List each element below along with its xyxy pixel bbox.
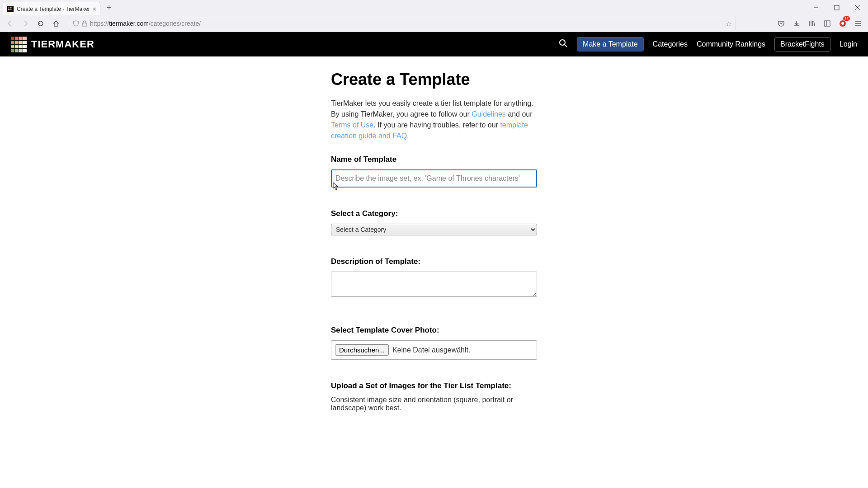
name-label: Name of Template	[331, 155, 537, 164]
library-icon[interactable]	[806, 17, 818, 30]
svg-line-18	[565, 45, 567, 47]
extension-icon[interactable]: 12	[836, 17, 849, 30]
shield-icon	[73, 20, 79, 27]
address-bar[interactable]: https://tiermaker.com/categories/create/…	[69, 17, 736, 30]
tab-favicon	[7, 5, 14, 13]
nav-community-link[interactable]: Community Rankings	[697, 40, 765, 48]
terms-link[interactable]: Terms of Use	[331, 121, 373, 129]
cover-file-row: Durchsuchen... Keine Datei ausgewählt.	[331, 340, 537, 360]
cover-label: Select Template Cover Photo:	[331, 326, 537, 335]
nav-forward-button[interactable]	[19, 17, 32, 30]
nav-login-link[interactable]: Login	[840, 40, 857, 48]
window-maximize-button[interactable]	[826, 0, 847, 15]
svg-point-17	[560, 40, 565, 45]
category-label: Select a Category:	[331, 209, 537, 218]
upload-hint: Consistent image size and orientation (s…	[331, 396, 537, 412]
bookmark-star-icon[interactable]: ☆	[726, 19, 732, 28]
menu-icon[interactable]	[852, 17, 864, 30]
svg-rect-1	[8, 6, 10, 8]
browser-tab[interactable]: Create a Template - TierMaker ×	[3, 2, 100, 15]
new-tab-button[interactable]: +	[104, 3, 114, 13]
page-title: Create a Template	[331, 70, 537, 89]
cover-file-button[interactable]: Durchsuchen...	[335, 344, 389, 356]
nav-reload-button[interactable]	[34, 17, 47, 30]
lock-icon	[82, 20, 87, 27]
description-textarea[interactable]	[331, 272, 537, 297]
site-logo[interactable]: TIERMAKER	[11, 37, 94, 52]
svg-point-13	[841, 22, 844, 25]
search-icon[interactable]	[559, 39, 568, 50]
url-text: https://tiermaker.com/categories/create/	[90, 20, 201, 27]
cover-file-status: Keine Datei ausgewählt.	[392, 346, 471, 354]
template-name-input[interactable]	[331, 169, 537, 188]
nav-bracketfights-button[interactable]: BracketFights	[774, 37, 830, 52]
sidebar-icon[interactable]	[821, 17, 834, 30]
svg-rect-6	[835, 5, 839, 10]
guidelines-link[interactable]: Guidelines	[472, 110, 506, 118]
logo-grid-icon	[11, 37, 27, 52]
nav-back-button[interactable]	[4, 17, 16, 30]
window-close-button[interactable]	[847, 0, 868, 15]
tab-title: Create a Template - TierMaker	[17, 6, 90, 12]
window-minimize-button[interactable]	[806, 0, 826, 15]
nav-make-template-button[interactable]: Make a Template	[577, 37, 644, 52]
tab-close-icon[interactable]: ×	[93, 5, 96, 13]
svg-rect-3	[8, 9, 10, 10]
upload-label: Upload a Set of Images for the Tier List…	[331, 381, 537, 390]
intro-paragraph: TierMaker lets you easily create a tier …	[331, 98, 537, 141]
nav-home-button[interactable]	[50, 17, 62, 30]
description-label: Description of Template:	[331, 257, 537, 266]
logo-text: TIERMAKER	[31, 38, 94, 50]
pocket-icon[interactable]	[775, 17, 788, 30]
nav-categories-link[interactable]: Categories	[653, 40, 688, 48]
site-header: TIERMAKER Make a Template Categories Com…	[0, 32, 868, 56]
page-viewport[interactable]: TIERMAKER Make a Template Categories Com…	[0, 32, 868, 488]
svg-rect-2	[10, 6, 12, 8]
svg-rect-9	[82, 23, 87, 26]
downloads-icon[interactable]	[790, 17, 803, 30]
svg-rect-4	[10, 9, 12, 10]
svg-rect-10	[825, 21, 830, 26]
category-select[interactable]: Select a Category	[331, 224, 537, 235]
